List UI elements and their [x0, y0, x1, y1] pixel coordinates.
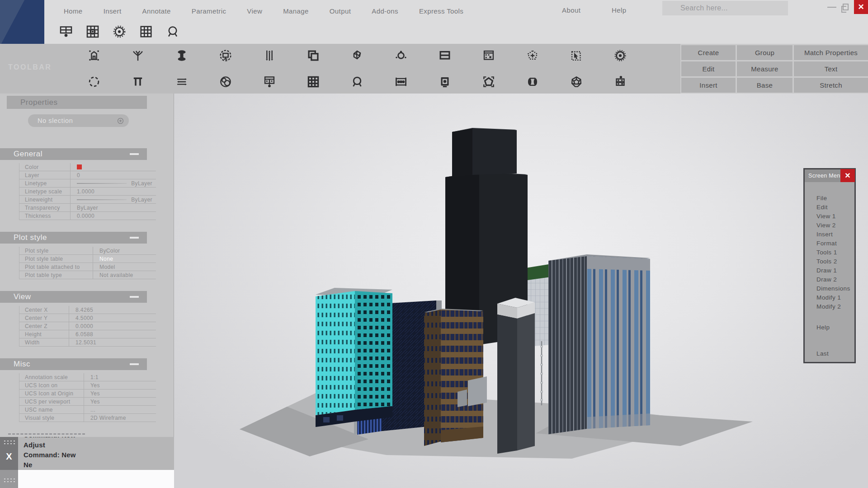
- tool-abacus-icon[interactable]: [598, 72, 642, 91]
- quick-grid-icon[interactable]: [137, 23, 155, 41]
- quick-panel-layers-icon[interactable]: [57, 23, 75, 41]
- ribbon-edit-button[interactable]: Edit: [681, 61, 736, 76]
- ribbon-measure-button[interactable]: Measure: [737, 61, 793, 76]
- tool-dotted-table-icon[interactable]: [467, 46, 510, 65]
- tool-film-icon[interactable]: [379, 72, 423, 91]
- menu-manage[interactable]: Manage: [273, 7, 319, 15]
- ribbon-insert-button[interactable]: Insert: [681, 78, 736, 93]
- screen-menu-item-help[interactable]: Help: [816, 324, 830, 331]
- menu-annotate[interactable]: Annotate: [132, 7, 181, 15]
- menu-view[interactable]: View: [236, 7, 273, 15]
- ribbon-group-button[interactable]: Group: [737, 45, 793, 60]
- tool-stacked-rects-icon[interactable]: [423, 46, 467, 65]
- property-row[interactable]: Center Z0.0000: [19, 322, 156, 330]
- tool-circle-plus-node-icon[interactable]: [379, 46, 423, 65]
- collapse-icon[interactable]: [130, 363, 139, 365]
- screen-menu-item-last[interactable]: Last: [816, 350, 829, 357]
- tool-grid-filled-icon[interactable]: [291, 72, 335, 91]
- property-row[interactable]: Plot style tableNone: [19, 255, 156, 263]
- property-row[interactable]: Visual style2D Wireframe: [19, 414, 156, 422]
- menu-express-tools[interactable]: Express Tools: [409, 7, 474, 15]
- tool-display-circle-icon[interactable]: [203, 46, 247, 65]
- property-row[interactable]: UCS per viewportYes: [19, 398, 156, 406]
- menu-about[interactable]: About: [562, 6, 580, 14]
- screen-menu-item-view-1[interactable]: View 1: [816, 213, 850, 222]
- screen-menu-item-file[interactable]: File: [816, 195, 850, 204]
- panel-resize-dashes[interactable]: [8, 433, 85, 435]
- menu-home[interactable]: Home: [53, 7, 93, 15]
- collapse-icon[interactable]: [130, 237, 139, 239]
- screen-menu-item-tools-1[interactable]: Tools 1: [816, 249, 850, 258]
- property-row[interactable]: Plot table typeNot available: [19, 271, 156, 279]
- tool-gear-dot-icon[interactable]: [598, 46, 642, 65]
- app-logo[interactable]: [0, 0, 44, 44]
- menu-insert[interactable]: Insert: [93, 7, 132, 15]
- screen-menu-close-button[interactable]: ✕: [840, 169, 855, 182]
- property-row[interactable]: Height6.0588: [19, 330, 156, 338]
- property-row[interactable]: Width12.5031: [19, 338, 156, 347]
- screen-menu-item-dimensions[interactable]: Dimensions: [816, 285, 850, 294]
- property-row[interactable]: UCS Icon onYes: [19, 381, 156, 389]
- screen-menu-item-view-2[interactable]: View 2: [816, 222, 850, 231]
- screen-menu-item-edit[interactable]: Edit: [816, 204, 850, 213]
- property-row[interactable]: Linetype scale1.0000: [19, 188, 156, 196]
- menu-help[interactable]: Help: [612, 6, 626, 14]
- tool-selection-arrow-icon[interactable]: [554, 46, 598, 65]
- property-row[interactable]: Annotation scale1:1: [19, 373, 156, 381]
- tool-roller-icon[interactable]: [510, 72, 554, 91]
- property-row[interactable]: Color: [19, 163, 156, 171]
- screen-menu-item-insert[interactable]: Insert: [816, 231, 850, 240]
- quick-grid-target-icon[interactable]: [84, 23, 102, 41]
- property-row[interactable]: LinetypeByLayer: [19, 179, 156, 188]
- close-button[interactable]: ✕: [854, 0, 868, 14]
- screen-menu-item-modify-1[interactable]: Modify 1: [816, 294, 850, 303]
- tool-pentagon-brackets-icon[interactable]: [467, 72, 510, 91]
- property-row[interactable]: LineweightByLayer: [19, 196, 156, 204]
- quick-search-icon[interactable]: [164, 23, 182, 41]
- tool-sliders-icon[interactable]: [247, 46, 291, 65]
- command-panel-grip[interactable]: X: [0, 437, 18, 470]
- maximize-button[interactable]: [843, 4, 849, 10]
- property-row[interactable]: Center X8.4265: [19, 306, 156, 314]
- tool-magnifier-icon[interactable]: [335, 72, 379, 91]
- menu-output[interactable]: Output: [319, 7, 361, 15]
- selection-dropdown[interactable]: No slection: [28, 114, 129, 127]
- property-row[interactable]: USC name...: [19, 406, 156, 414]
- screen-menu-item-tools-2[interactable]: Tools 2: [816, 258, 850, 267]
- property-row[interactable]: Center Y4.5000: [19, 314, 156, 322]
- tool-spool-icon[interactable]: [160, 46, 203, 65]
- color-swatch[interactable]: [77, 164, 82, 169]
- ribbon-stretch-button[interactable]: Stretch: [794, 78, 868, 93]
- tool-align-arrows-icon[interactable]: [160, 72, 203, 91]
- tool-loft-icon[interactable]: [116, 46, 160, 65]
- screen-menu-item-draw-2[interactable]: Draw 2: [816, 276, 850, 285]
- minimize-button[interactable]: [827, 7, 836, 8]
- property-row[interactable]: Plot styleByColor: [19, 247, 156, 255]
- command-input[interactable]: [18, 470, 174, 488]
- collapse-icon[interactable]: [130, 296, 139, 298]
- tool-dodecahedron-icon[interactable]: [554, 72, 598, 91]
- quick-gear-sun-icon[interactable]: [110, 23, 128, 41]
- ribbon-match-properties-button[interactable]: Match Properties: [794, 45, 868, 60]
- ribbon-base-button[interactable]: Base: [737, 78, 793, 93]
- property-row[interactable]: Plot table attached toModel: [19, 263, 156, 271]
- property-row[interactable]: TransparencyByLayer: [19, 204, 156, 212]
- screen-menu-item-draw-1[interactable]: Draw 1: [816, 267, 850, 276]
- screen-menu-item-format[interactable]: Format: [816, 240, 850, 249]
- ribbon-create-button[interactable]: Create: [681, 45, 736, 60]
- menu-add-ons[interactable]: Add-ons: [361, 7, 409, 15]
- command-input-grip[interactable]: [0, 470, 18, 488]
- tool-dashed-circle-icon[interactable]: [72, 72, 116, 91]
- property-row[interactable]: Thickness0.0000: [19, 212, 156, 220]
- property-row[interactable]: Layer0: [19, 171, 156, 179]
- tool-dotted-pentagon-plus-icon[interactable]: [510, 46, 554, 65]
- tool-mesh-icon[interactable]: [335, 46, 379, 65]
- menu-parametric[interactable]: Parametric: [181, 7, 237, 15]
- tool-panel-node-icon[interactable]: [247, 72, 291, 91]
- tool-overlap-squares-icon[interactable]: [291, 46, 335, 65]
- property-row[interactable]: UCS Icon at OriginYes: [19, 389, 156, 398]
- command-panel-close-button[interactable]: X: [0, 451, 18, 462]
- tool-venn-icon[interactable]: [203, 72, 247, 91]
- search-input[interactable]: [662, 1, 788, 15]
- screen-menu-item-modify-2[interactable]: Modify 2: [816, 303, 850, 312]
